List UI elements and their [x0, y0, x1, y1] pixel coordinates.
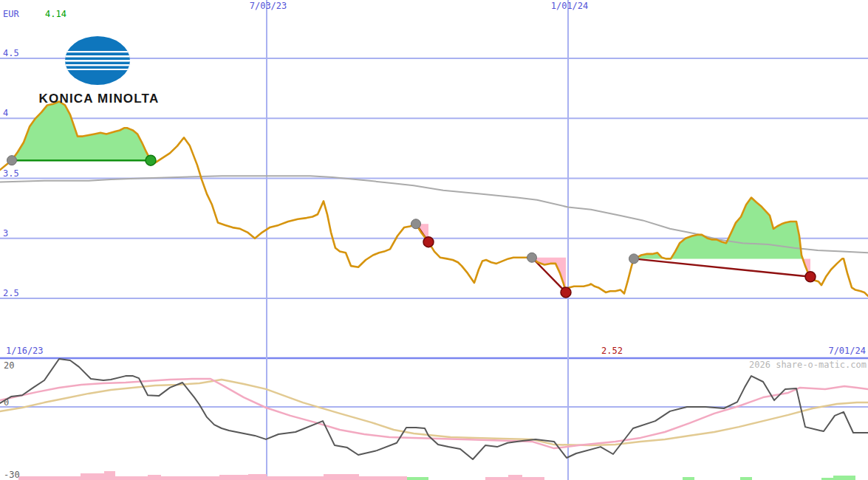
volume-bar	[683, 477, 694, 480]
osc-ytick-label: 0	[4, 398, 9, 407]
trade-entry-dot	[527, 253, 537, 262]
volume-bar	[740, 477, 752, 480]
volume-bar	[248, 474, 267, 480]
volume-bar	[81, 473, 104, 480]
logo-wordmark: KONICA MINOLTA	[33, 92, 165, 106]
volume-bar	[485, 477, 508, 480]
last-price-value: 2.52	[601, 346, 623, 355]
volume-bar	[148, 475, 161, 480]
top-date-jul23: 7/03/23	[250, 1, 287, 10]
price-ytick-label: 3	[3, 229, 8, 238]
volume-bar	[161, 476, 219, 480]
konica-minolta-logo: KONICA MINOLTA	[33, 31, 165, 108]
price-ytick-label: 4	[3, 109, 8, 117]
period-high-value: 4.14	[45, 10, 66, 18]
volume-bar	[104, 471, 115, 480]
trade-gain-fill	[12, 102, 151, 161]
bottom-date-right: 7/01/24	[828, 346, 866, 355]
volume-bar	[324, 474, 359, 480]
price-ytick-label: 3.5	[3, 169, 19, 178]
osc-ytick-label: 20	[4, 361, 14, 370]
signal-line-tan	[0, 380, 868, 445]
watermark: 2026 share-o-matic.com	[749, 360, 867, 369]
top-date-jan24: 1/01/24	[551, 1, 589, 10]
trade-entry-dot	[7, 156, 17, 165]
price-ytick-label: 2.5	[3, 289, 19, 298]
bottom-date-left: 1/16/23	[6, 346, 44, 355]
volume-bar	[359, 476, 407, 480]
trade-gain-fill	[634, 198, 803, 259]
volume-bar	[508, 475, 522, 480]
volume-bar	[18, 476, 81, 480]
volume-bar	[219, 475, 248, 480]
trade-exit-dot-win	[146, 155, 156, 165]
trade-exit-dot-loss	[561, 287, 571, 298]
globe-icon	[33, 31, 165, 90]
volume-bar	[267, 476, 324, 480]
currency-label: EUR	[3, 10, 19, 18]
oscillator-line	[0, 359, 868, 459]
volume-bar	[407, 477, 428, 480]
trade-exit-dot-loss	[423, 237, 434, 247]
trade-entry-dot	[629, 254, 639, 264]
price-ytick-label: 4.5	[3, 49, 19, 58]
trade-entry-dot	[411, 219, 421, 229]
volume-bar	[833, 476, 855, 480]
volume-bar	[115, 476, 148, 480]
volume-bar	[522, 477, 544, 480]
signal-line-pink	[0, 379, 868, 448]
osc-ytick-label: -30	[4, 470, 20, 479]
trade-exit-dot-loss	[805, 272, 816, 282]
stock-chart-page: EUR 4.14 7/03/23 1/01/24 1/16/23 2.52 7/…	[0, 0, 868, 480]
trade-connection-line	[634, 258, 810, 276]
